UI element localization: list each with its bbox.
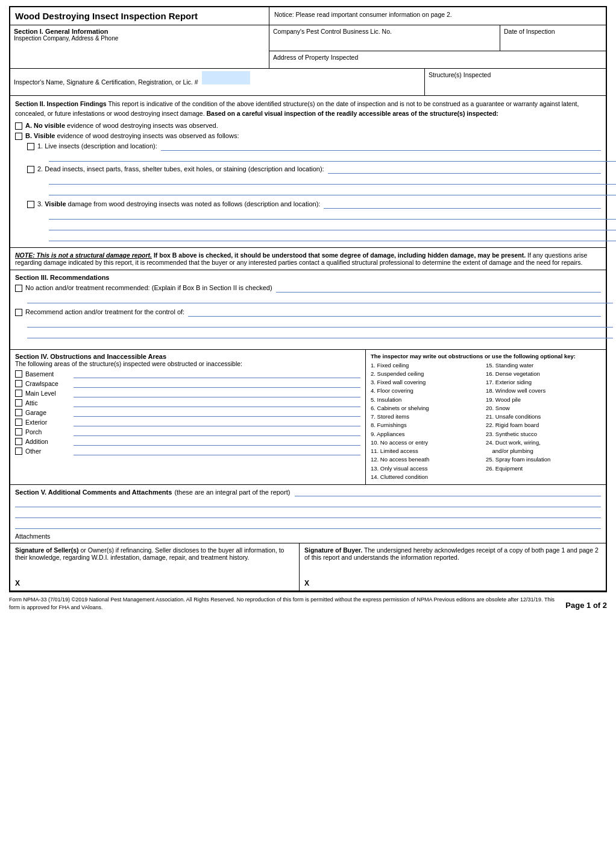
key-15: 15. Standing water: [486, 361, 601, 370]
section3-block: Section III. Recommendations No action a…: [10, 270, 606, 350]
section2-option2-line2: [49, 176, 616, 185]
section3-option-a-text: No action and/or treatment recommended: …: [25, 284, 272, 291]
section4-block: Section IV. Obstructions and Inaccessibl…: [10, 350, 606, 486]
buyer-text: Signature of Buyer. The undersigned here…: [304, 546, 601, 561]
area-field-exterior[interactable]: [74, 418, 360, 426]
area-label-porch: Porch: [25, 428, 74, 435]
area-checkbox-exterior[interactable]: [15, 419, 22, 426]
report-title-section: Wood Destroying Insect Inspection Report: [10, 7, 269, 25]
section4-body: The following areas of the structure(s) …: [15, 360, 360, 367]
section2-option3-field[interactable]: [324, 200, 601, 209]
seller-label: Signature of Seller(s): [15, 546, 79, 554]
area-checkbox-garage[interactable]: [15, 409, 22, 416]
section4-key-grid: 1. Fixed ceiling 15. Standing water 2. S…: [371, 361, 601, 482]
section1-left: Section I. General Information Inspectio…: [10, 25, 269, 68]
note-text: NOTE: This is not a structural damage re…: [15, 252, 601, 266]
key-7: 7. Stored items: [371, 413, 486, 421]
section2-option2-field[interactable]: [328, 165, 601, 174]
inspector-label: Inspector's Name, Signature & Certificat…: [14, 78, 198, 86]
area-label-garage: Garage: [25, 409, 74, 416]
section2-option1-row: 1. Live insects (description and locatio…: [27, 142, 601, 151]
area-checkbox-crawlspace[interactable]: [15, 380, 22, 387]
section5-line3: [15, 510, 601, 518]
key-8: 8. Furnishings: [371, 421, 486, 429]
footer-left-text: Form NPMA-33 (7/01/19) ©2019 National Pe…: [9, 596, 559, 611]
key-21: 21. Unsafe conditions: [486, 413, 601, 421]
area-field-attic[interactable]: [74, 399, 360, 407]
seller-x: X: [15, 579, 294, 587]
note-rest: If box B above is checked, it should be …: [154, 252, 526, 259]
notice-text: Notice: Please read important consumer i…: [274, 11, 452, 18]
area-row-garage: Garage: [15, 408, 360, 417]
area-field-crawlspace[interactable]: [74, 379, 360, 388]
area-checkbox-basement[interactable]: [15, 370, 22, 378]
area-checkbox-other[interactable]: [15, 448, 22, 455]
section2-option-b-text: B. Visible evidence of wood destroying i…: [25, 132, 239, 139]
note-italic: NOTE: This is not a structural damage re…: [15, 252, 152, 259]
area-field-addition[interactable]: [74, 437, 360, 446]
area-label-crawlspace: Crawlspace: [25, 380, 74, 387]
section5-line2: [15, 499, 601, 507]
address-inspected-label: Address of Property Inspected: [273, 54, 358, 61]
section5-field1[interactable]: [295, 488, 601, 496]
key-6: 6. Cabinets or shelving: [371, 404, 486, 413]
section3-option-a-field[interactable]: [276, 284, 601, 293]
section2-checkbox-2[interactable]: [27, 166, 34, 173]
area-field-basement[interactable]: [74, 370, 360, 378]
section2-checkbox-a[interactable]: [15, 122, 22, 130]
area-checkbox-mainlevel[interactable]: [15, 390, 22, 397]
area-row-basement: Basement: [15, 370, 360, 378]
footer-page-number: Page 1 of 2: [565, 600, 607, 611]
area-field-porch[interactable]: [74, 428, 360, 436]
key-25: 25. Spray foam insulation: [486, 455, 601, 464]
section2-option-a-row: A. No visible A. No visible evidence of …: [15, 122, 601, 130]
key-1: 1. Fixed ceiling: [371, 361, 486, 370]
area-label-addition: Addition: [25, 438, 74, 445]
area-checkbox-porch[interactable]: [15, 428, 22, 435]
section2-body2: Based on a careful visual inspection of …: [207, 110, 498, 117]
section2-option2-line3: [49, 187, 616, 195]
key-18: 18. Window well covers: [486, 387, 601, 395]
area-label-attic: Attic: [25, 399, 74, 407]
structures-inspected-label: Structure(s) Inspected: [429, 71, 491, 78]
area-checkbox-attic[interactable]: [15, 399, 22, 407]
inspector-info: Inspector's Name, Signature & Certificat…: [10, 69, 425, 95]
area-label-mainlevel: Main Level: [25, 390, 74, 397]
key-17: 17. Exterior siding: [486, 378, 601, 387]
area-field-other[interactable]: [74, 447, 360, 455]
address-inspected-cell: Address of Property Inspected: [269, 51, 606, 68]
date-inspection-cell: Date of Inspection: [500, 25, 606, 51]
seller-text: Signature of Seller(s) or Owner(s) if re…: [15, 546, 294, 561]
section2-checkbox-3[interactable]: [27, 201, 34, 208]
section5-block: Section V. Additional Comments and Attac…: [10, 485, 606, 543]
inspector-signature-box: [202, 71, 250, 84]
section2-checkbox-b[interactable]: [15, 133, 22, 140]
section2-option2-row: 2. Dead insects, insect parts, frass, sh…: [27, 165, 601, 174]
section2-checkbox-1[interactable]: [27, 143, 34, 150]
section2-option1-field[interactable]: [161, 142, 601, 151]
company-lic-label: Company's Pest Control Business Lic. No.: [273, 28, 392, 35]
section3-option-b-line2: [27, 319, 613, 328]
key-13: 13. Only visual access: [371, 464, 486, 473]
area-checkbox-addition[interactable]: [15, 438, 22, 445]
area-field-garage[interactable]: [74, 408, 360, 417]
key-3: 3. Fixed wall covering: [371, 378, 486, 387]
key-24b: and/or plumbing: [486, 447, 601, 455]
area-row-exterior: Exterior: [15, 418, 360, 426]
key-20: 20. Snow: [486, 404, 601, 413]
section2-option3-row: 3. Visible damage from wood destroying i…: [27, 200, 601, 209]
section3-option-b-field[interactable]: [188, 308, 601, 317]
section2-header-text: Section II. Inspection Findings This rep…: [15, 100, 601, 119]
key-blank: [486, 473, 601, 481]
key-2: 2. Suspended ceiling: [371, 370, 486, 378]
section4-label: Section IV. Obstructions and Inaccessibl…: [15, 353, 360, 360]
key-23: 23. Synthetic stucco: [486, 430, 601, 438]
section2-block: Section II. Inspection Findings This rep…: [10, 96, 606, 248]
area-field-mainlevel[interactable]: [74, 389, 360, 397]
key-11: 11. Limited access: [371, 447, 486, 455]
section3-option-a-row: No action and/or treatment recommended: …: [15, 284, 601, 293]
section3-checkbox-b[interactable]: [15, 309, 22, 316]
section3-checkbox-a[interactable]: [15, 285, 22, 292]
section2-option1-block: 1. Live insects (description and locatio…: [27, 142, 601, 162]
section5-label: Section V. Additional Comments and Attac…: [15, 489, 172, 496]
